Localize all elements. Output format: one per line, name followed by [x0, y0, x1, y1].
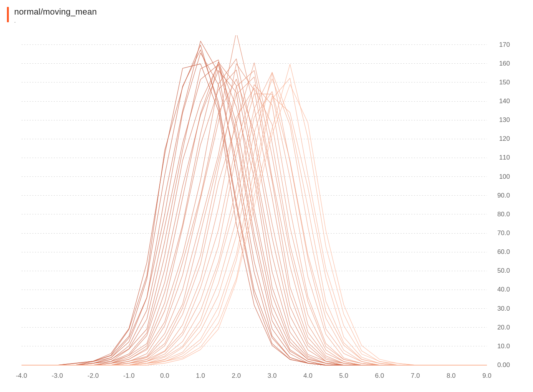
chart-header: normal/moving_mean . — [0, 0, 533, 28]
x-tick-label: 9.0 — [482, 372, 492, 380]
y-tick-label: 30.0 — [497, 305, 510, 313]
y-tick-label: 150 — [499, 79, 510, 86]
chart-area[interactable]: 0.0010.020.030.040.050.060.070.080.090.0… — [22, 35, 487, 369]
x-tick-label: 6.0 — [375, 372, 384, 380]
y-tick-label: 80.0 — [497, 211, 510, 218]
y-tick-label: 40.0 — [497, 286, 510, 293]
y-tick-label: 100 — [499, 173, 510, 181]
title-block: normal/moving_mean . — [14, 7, 97, 24]
x-tick-label: 0.0 — [160, 372, 169, 380]
y-tick-label: 120 — [499, 135, 510, 143]
y-tick-label: 10.0 — [497, 343, 510, 350]
chart-subtitle: . — [14, 18, 97, 24]
y-tick-label: 70.0 — [497, 229, 510, 237]
y-tick-label: 0.00 — [497, 361, 510, 369]
x-tick-label: -3.0 — [52, 372, 63, 380]
x-tick-label: 3.0 — [268, 372, 277, 380]
x-tick-label: -2.0 — [88, 372, 99, 380]
x-tick-label: 7.0 — [411, 372, 420, 380]
y-tick-label: 160 — [499, 60, 510, 68]
tick-layer: 0.0010.020.030.040.050.060.070.080.090.0… — [22, 35, 487, 369]
y-tick-label: 110 — [499, 154, 510, 161]
accent-bar — [7, 7, 9, 22]
x-tick-label: 8.0 — [447, 372, 456, 380]
y-tick-label: 90.0 — [497, 192, 510, 199]
y-tick-label: 20.0 — [497, 324, 510, 331]
x-tick-label: -1.0 — [123, 372, 134, 380]
x-tick-label: 4.0 — [303, 372, 313, 380]
y-tick-label: 130 — [499, 116, 510, 124]
x-tick-label: 1.0 — [196, 372, 205, 380]
y-tick-label: 60.0 — [497, 248, 510, 256]
x-tick-label: 2.0 — [232, 372, 241, 380]
y-tick-label: 50.0 — [497, 267, 510, 275]
x-tick-label: -4.0 — [16, 372, 27, 380]
y-tick-label: 170 — [499, 41, 510, 49]
y-tick-label: 140 — [499, 97, 510, 105]
chart-title: normal/moving_mean — [14, 7, 97, 17]
x-tick-label: 5.0 — [339, 372, 348, 380]
